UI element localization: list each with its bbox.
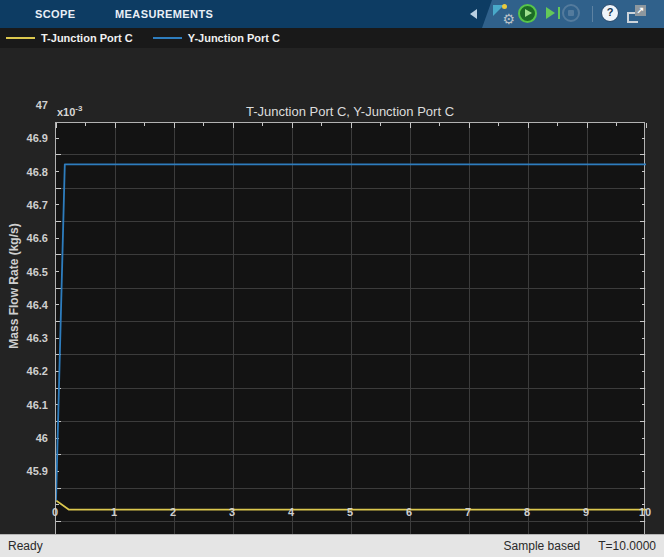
x-tick-label: 9: [571, 506, 601, 518]
x-tick-label: 6: [394, 506, 424, 518]
collapse-toolstrip-icon[interactable]: [470, 9, 477, 19]
chart-title: T-Junction Port C, Y-Junction Port C: [55, 104, 645, 119]
legend-bar: T-Junction Port C Y-Junction Port C: [0, 28, 664, 48]
toolbar-separator: [592, 6, 593, 22]
y-tick-label: 46.9: [0, 132, 48, 144]
x-tick-label: 7: [453, 506, 483, 518]
legend-swatch: [6, 37, 35, 39]
tab-measurements[interactable]: MEASUREMENTS: [115, 0, 213, 28]
x-tick-label: 3: [217, 506, 247, 518]
y-tick-label: 46.8: [0, 166, 48, 178]
legend-swatch: [153, 37, 182, 39]
legend-label: Y-Junction Port C: [188, 32, 280, 44]
stop-square-icon: [568, 10, 574, 16]
scope-window: SCOPE MEASUREMENTS ⚙ ? ↗ T-Jun: [0, 0, 664, 557]
x-tick-label: 10: [630, 506, 660, 518]
step-bar-icon: [558, 7, 561, 19]
dock-arrow-icon: ↗: [635, 5, 646, 16]
settings-dot-icon: [502, 4, 507, 9]
step-forward-button[interactable]: [545, 4, 561, 22]
status-sample-mode: Sample based: [504, 539, 581, 553]
play-icon: [525, 9, 532, 17]
x-tick-label: 0: [40, 506, 70, 518]
help-button[interactable]: ?: [601, 4, 619, 22]
dock-popout-button[interactable]: ↗: [626, 4, 646, 24]
axes-canvas[interactable]: [55, 122, 645, 547]
x-tick-label: 5: [335, 506, 365, 518]
y-tick-label: 46.3: [0, 332, 48, 344]
y-tick-label: 47: [0, 99, 48, 111]
run-button[interactable]: [518, 4, 537, 23]
y-tick-label: 46.2: [0, 365, 48, 377]
x-tick-label: 8: [512, 506, 542, 518]
y-tick-label: 46.7: [0, 199, 48, 211]
y-tick-label: 46.1: [0, 399, 48, 411]
series-plot: [56, 123, 646, 548]
legend-item-y-junction[interactable]: Y-Junction Port C: [153, 32, 294, 44]
x-tick-label: 4: [276, 506, 306, 518]
x-tick-label: 1: [99, 506, 129, 518]
y-tick-label: 46.5: [0, 266, 48, 278]
series-line-y-junction-port-c: [56, 164, 646, 500]
y-tick-label: 45.9: [0, 465, 48, 477]
tab-scope[interactable]: SCOPE: [35, 0, 76, 28]
legend-item-t-junction[interactable]: T-Junction Port C: [6, 32, 147, 44]
x-tick-label: 2: [158, 506, 188, 518]
gear-icon: ⚙: [502, 11, 515, 27]
status-ready: Ready: [8, 539, 43, 553]
y-tick-label: 46: [0, 432, 48, 444]
y-tick-label: 46.6: [0, 232, 48, 244]
step-triangle-icon: [546, 7, 555, 19]
simulation-settings-button[interactable]: ⚙: [493, 4, 515, 24]
legend-label: T-Junction Port C: [41, 32, 133, 44]
status-sim-time: T=10.0000: [598, 539, 656, 553]
status-bar: Ready Sample based T=10.0000: [0, 534, 664, 557]
y-tick-label: 46.4: [0, 299, 48, 311]
stop-button[interactable]: [562, 4, 580, 22]
plot-region: x10-3 T-Junction Port C, Y-Junction Port…: [0, 48, 664, 534]
toolstrip: SCOPE MEASUREMENTS ⚙ ? ↗: [0, 0, 664, 28]
